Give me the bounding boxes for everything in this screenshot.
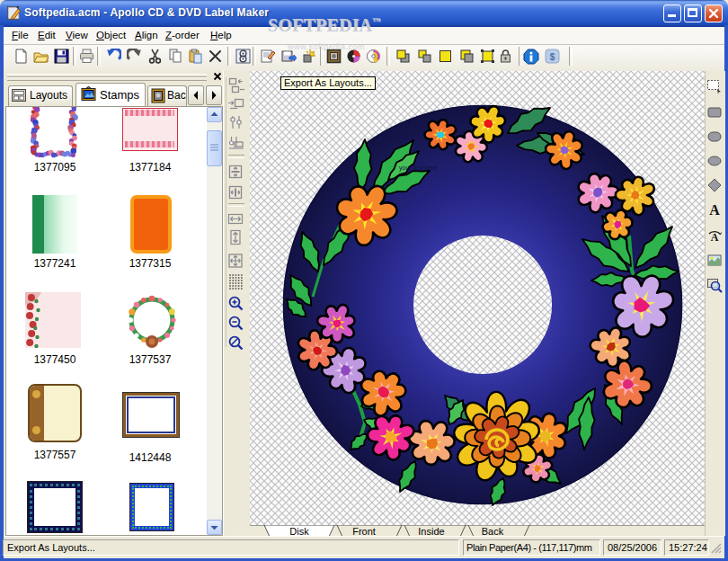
svg-text:your text here: your text here xyxy=(399,165,438,172)
svg-text:A: A xyxy=(711,231,719,243)
svg-text:A: A xyxy=(709,202,720,218)
